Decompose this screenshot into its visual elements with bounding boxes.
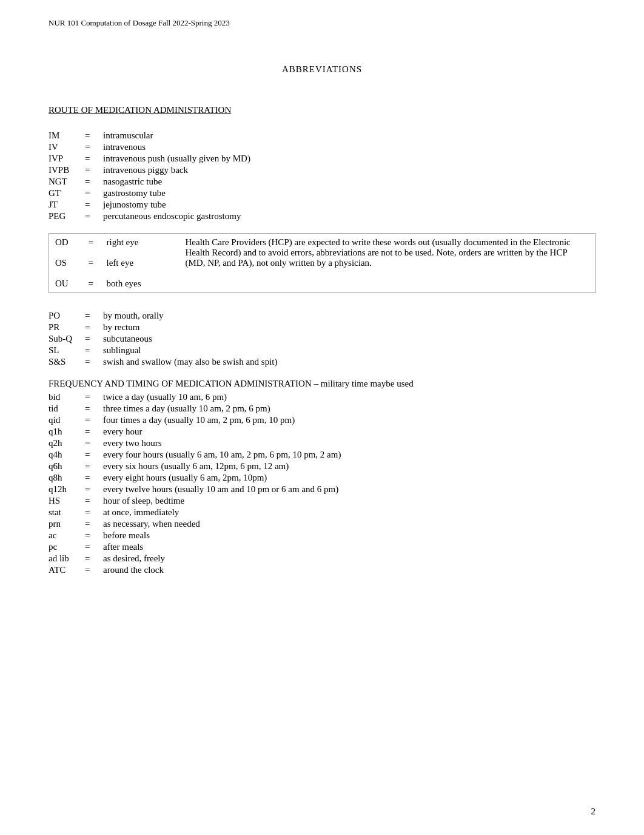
route-section-title: ROUTE OF MEDICATION ADMINISTRATION xyxy=(49,105,595,115)
def-cell: every six hours (usually 6 am, 12pm, 6 p… xyxy=(103,461,595,472)
table-row: IVP = intravenous push (usually given by… xyxy=(49,153,595,164)
page-number: 2 xyxy=(591,806,596,817)
def-cell: around the clock xyxy=(103,564,595,576)
abbr-cell: PO xyxy=(49,310,85,322)
table-row: NGT = nasogastric tube xyxy=(49,176,595,188)
def-cell: as necessary, when needed xyxy=(103,518,595,530)
abbr-cell: ATC xyxy=(49,564,85,576)
def-cell: every hour xyxy=(103,426,595,438)
route2-table: PO = by mouth, orally PR = by rectum Sub… xyxy=(49,310,595,368)
eq-cell: = xyxy=(85,518,103,530)
table-row: q6h = every six hours (usually 6 am, 12p… xyxy=(49,461,595,472)
eq-cell: = xyxy=(85,356,103,368)
abbr-cell: qid xyxy=(49,414,85,426)
table-row: prn = as necessary, when needed xyxy=(49,518,595,530)
eq-cell: = xyxy=(85,564,103,576)
abbr-cell: ODOSOU xyxy=(49,234,82,293)
table-row: S&S = swish and swallow (may also be swi… xyxy=(49,356,595,368)
def-cell: every eight hours (usually 6 am, 2pm, 10… xyxy=(103,472,595,484)
eq-cell: = xyxy=(85,530,103,541)
table-row: qid = four times a day (usually 10 am, 2… xyxy=(49,414,595,426)
def-cell: four times a day (usually 10 am, 2 pm, 6… xyxy=(103,414,595,426)
document-header: NUR 101 Computation of Dosage Fall 2022-… xyxy=(49,18,595,28)
def-cell: sublingual xyxy=(103,345,595,356)
abbr-cell: q2h xyxy=(49,438,85,449)
table-row: PEG = percutaneous endoscopic gastrostom… xyxy=(49,211,595,222)
eq-cell: = xyxy=(85,333,103,345)
table-row: q4h = every four hours (usually 6 am, 10… xyxy=(49,449,595,461)
route2-section: PO = by mouth, orally PR = by rectum Sub… xyxy=(49,310,595,368)
def-cell: by rectum xyxy=(103,322,595,333)
abbr-cell: tid xyxy=(49,403,85,414)
eq-cell: = xyxy=(85,553,103,564)
table-row: Sub-Q = subcutaneous xyxy=(49,333,595,345)
def-cell: percutaneous endoscopic gastrostomy xyxy=(103,211,595,222)
def-cell: intravenous push (usually given by MD) xyxy=(103,153,595,164)
def-cell: as desired, freely xyxy=(103,553,595,564)
table-row: JT = jejunostomy tube xyxy=(49,199,595,211)
table-row: IV = intravenous xyxy=(49,141,595,153)
table-row: pc = after meals xyxy=(49,541,595,553)
eq-cell: === xyxy=(82,234,101,293)
def-cell: nasogastric tube xyxy=(103,176,595,188)
def-cell: every two hours xyxy=(103,438,595,449)
table-row: q12h = every twelve hours (usually 10 am… xyxy=(49,484,595,495)
eq-cell: = xyxy=(85,211,103,222)
eq-cell: = xyxy=(85,403,103,414)
def-cell: gastrostomy tube xyxy=(103,188,595,199)
eq-cell: = xyxy=(85,188,103,199)
abbr-cell: HS xyxy=(49,495,85,507)
table-row: ac = before meals xyxy=(49,530,595,541)
abbr-cell: IM xyxy=(49,130,85,141)
table-row: q1h = every hour xyxy=(49,426,595,438)
abbr-cell: IVP xyxy=(49,153,85,164)
def-cell: at once, immediately xyxy=(103,507,595,518)
abbr-cell: ac xyxy=(49,530,85,541)
abbr-cell: IVPB xyxy=(49,164,85,176)
frequency-table: bid = twice a day (usually 10 am, 6 pm) … xyxy=(49,391,595,576)
eq-cell: = xyxy=(85,449,103,461)
table-row: stat = at once, immediately xyxy=(49,507,595,518)
def-cell: every twelve hours (usually 10 am and 10… xyxy=(103,484,595,495)
abbr-cell: JT xyxy=(49,199,85,211)
def-cell: hour of sleep, bedtime xyxy=(103,495,595,507)
eye-box-table: ODOSOU === right eyeleft eyeboth eyes He… xyxy=(49,233,595,293)
abbr-cell: SL xyxy=(49,345,85,356)
def-cell: subcutaneous xyxy=(103,333,595,345)
table-row: SL = sublingual xyxy=(49,345,595,356)
abbr-cell: prn xyxy=(49,518,85,530)
abbr-cell: bid xyxy=(49,391,85,403)
eq-cell: = xyxy=(85,199,103,211)
abbr-cell: Sub-Q xyxy=(49,333,85,345)
def-cell: twice a day (usually 10 am, 6 pm) xyxy=(103,391,595,403)
table-row: PO = by mouth, orally xyxy=(49,310,595,322)
route-section: ROUTE OF MEDICATION ADMINISTRATION IM = … xyxy=(49,105,595,222)
eq-cell: = xyxy=(85,322,103,333)
abbr-cell: GT xyxy=(49,188,85,199)
def-cell: before meals xyxy=(103,530,595,541)
eq-cell: = xyxy=(85,164,103,176)
eq-cell: = xyxy=(85,345,103,356)
eq-cell: = xyxy=(85,495,103,507)
table-row: ATC = around the clock xyxy=(49,564,595,576)
table-row: q2h = every two hours xyxy=(49,438,595,449)
table-row: bid = twice a day (usually 10 am, 6 pm) xyxy=(49,391,595,403)
def-cell: three times a day (usually 10 am, 2 pm, … xyxy=(103,403,595,414)
abbr-cell: NGT xyxy=(49,176,85,188)
abbr-cell: PEG xyxy=(49,211,85,222)
eq-cell: = xyxy=(85,484,103,495)
abbr-cell: q1h xyxy=(49,426,85,438)
header-text: NUR 101 Computation of Dosage Fall 2022-… xyxy=(49,18,230,27)
table-row: IVPB = intravenous piggy back xyxy=(49,164,595,176)
eq-cell: = xyxy=(85,141,103,153)
table-row: ad lib = as desired, freely xyxy=(49,553,595,564)
table-row: HS = hour of sleep, bedtime xyxy=(49,495,595,507)
eq-cell: = xyxy=(85,414,103,426)
def-cell: by mouth, orally xyxy=(103,310,595,322)
def-cell: swish and swallow (may also be swish and… xyxy=(103,356,595,368)
abbr-cell: stat xyxy=(49,507,85,518)
def-cell: intravenous xyxy=(103,141,595,153)
frequency-section-title: FREQUENCY AND TIMING OF MEDICATION ADMIN… xyxy=(49,379,595,389)
eq-cell: = xyxy=(85,176,103,188)
def-cell: every four hours (usually 6 am, 10 am, 2… xyxy=(103,449,595,461)
